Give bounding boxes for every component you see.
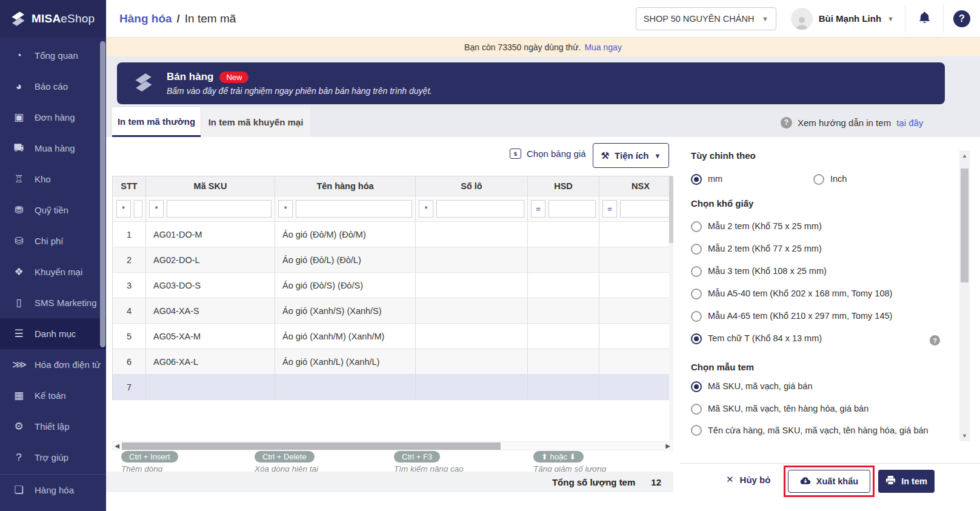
radio-unit-inch[interactable]: Inch [813,174,847,185]
cell-hsd [528,273,599,298]
sidebar-item-mua-hang[interactable]: ⛟Mua hàng [0,133,106,164]
caret-down-icon: ▼ [654,152,661,159]
filter-operator[interactable]: * [419,200,433,218]
scroll-right-icon[interactable]: ▶ [664,443,672,449]
guide-link[interactable]: tại đây [896,118,923,128]
radio-icon [813,174,824,185]
radio-icon [691,221,702,232]
shop-selector[interactable]: SHOP 50 NGUYÊN CHÁNH ▼ [636,7,776,30]
column-header-nsx[interactable]: NSX [599,176,673,196]
user-menu[interactable]: Bùi Mạnh Linh ▼ [791,8,894,30]
radio-unit-mm[interactable]: mm [691,174,722,185]
scrollbar-thumb[interactable] [961,169,968,282]
radio-icon [691,311,702,322]
sidebar-item-danh-muc[interactable]: ☰Danh mục [0,318,106,349]
radio-paper-option[interactable]: Mẫu A5-40 tem (Khổ 202 x 168 mm, Tomy 10… [691,289,892,299]
scroll-left-icon[interactable]: ◀ [113,443,121,449]
table-horizontal-scrollbar[interactable]: ◀ ▶ [112,441,673,450]
cell-stt: 6 [113,349,146,375]
filter-input-so-lo[interactable] [436,200,524,218]
utilities-button[interactable]: ⚒ Tiện ích ▼ [593,143,669,168]
column-header-ten-hang-hoa[interactable]: Tên hàng hóa [275,176,416,196]
radio-paper-option[interactable]: Mẫu 2 tem (Khổ 77 x 25 mm) [691,244,822,255]
filter-operator[interactable]: * [278,200,293,218]
panel-vertical-scrollbar[interactable]: ▲ ▼ [959,150,970,441]
filter-operator[interactable]: = [531,200,545,218]
sidebar-item-khuyen-mai[interactable]: ❖Khuyến mại [0,256,106,287]
tab-in-tem-ma-khuyen-mai[interactable]: In tem mã khuyến mại [201,107,310,137]
breadcrumb-divider: / [177,12,180,25]
print-label: In tem [901,476,927,486]
radio-label: Tem chữ T (Khổ 84 x 13 mm) [708,333,822,343]
column-header-so-lo[interactable]: Số lô [416,176,528,196]
column-header-ma-sku[interactable]: Mã SKU [146,176,275,196]
sidebar-item-sms-marketing[interactable]: ▯SMS Marketing [0,287,106,318]
radio-template-option[interactable]: Mã SKU, mã vạch, tên hàng hóa, giá bán [691,404,868,415]
tab-in-tem-ma-thuong[interactable]: In tem mã thường [112,107,201,137]
radio-paper-option-selected[interactable]: Tem chữ T (Khổ 84 x 13 mm) [691,333,822,344]
table-vertical-scrollbar[interactable] [669,176,673,441]
sidebar-item-tro-giup[interactable]: ?Trợ giúp [0,442,106,473]
table-row[interactable]: 1 AG01-DO-M Áo gió (Đỏ/M) (Đỏ/M) [113,222,673,247]
filter-input-nsx[interactable] [620,200,673,218]
radio-paper-option[interactable]: Mẫu 3 tem (Khổ 108 x 25 mm) [691,266,827,277]
breadcrumb-parent[interactable]: Hàng hóa [119,12,172,25]
app-logo[interactable]: MISAeShop [0,0,106,38]
buy-now-link[interactable]: Mua ngay [584,42,621,52]
table-row-selected[interactable]: 7 [113,375,673,400]
cell-stt: 5 [113,324,146,349]
scroll-up-icon[interactable]: ▲ [959,153,970,159]
sidebar-item-tong-quan[interactable]: ◔Tổng quan [0,40,106,71]
table-row[interactable]: 6 AG06-XA-L Áo gió (Xanh/L) (Xanh/L) [113,349,673,375]
scrollbar-thumb[interactable] [122,443,501,450]
trial-banner: Bạn còn 73350 ngày dùng thử. Mua ngay [106,38,980,56]
radio-icon [691,425,702,436]
notifications-button[interactable] [905,10,943,27]
filter-input-ten-hang-hoa[interactable] [296,200,412,218]
print-button[interactable]: In tem [878,470,935,493]
filter-operator[interactable]: * [116,200,131,218]
filter-input-hsd[interactable] [548,200,596,218]
sidebar-item-kho[interactable]: ♖Kho [0,164,106,195]
cell-hsd [528,247,599,273]
sidebar-item-ke-toan[interactable]: ▦Kế toán [0,380,106,411]
filter-input-ma-sku[interactable] [167,200,272,218]
shortcut-keys: Ctrl + F3 [394,451,440,463]
export-button[interactable]: Xuất khẩu [788,470,870,493]
sidebar-item-quy-tien[interactable]: ⛃Quỹ tiền [0,195,106,225]
help-button[interactable]: ? [944,10,980,27]
radio-template-option-selected[interactable]: Mã SKU, mã vạch, giá bán [691,381,812,392]
total-labels-label: Tổng số lượng tem [552,477,635,487]
promo-banner[interactable]: Bán hàng New Bấm vào đây để trải nghiệm … [117,62,945,104]
sidebar-item-hoa-don-dien-tu[interactable]: ⋙Hóa đơn điện tử [0,349,106,380]
table-row[interactable]: 2 AG02-DO-L Áo gió (Đỏ/L) (Đỏ/L) [113,247,673,273]
filter-input-stt[interactable] [134,200,142,218]
cancel-button[interactable]: ✕ Hủy bỏ [726,474,770,485]
column-header-hsd[interactable]: HSD [528,176,599,196]
table-row[interactable]: 4 AG04-XA-S Áo gió (Xanh/S) (Xanh/S) [113,298,673,324]
template-section-title: Chọn mẫu tem [691,362,754,372]
choose-price-list-button[interactable]: $ Chọn bảng giá [510,149,586,159]
sidebar-item-don-hang[interactable]: ▣Đơn hàng [0,102,106,133]
radio-paper-option[interactable]: Mẫu 2 tem (Khổ 75 x 25 mm) [691,221,822,232]
radio-paper-option[interactable]: Mẫu A4-65 tem (Khổ 210 x 297 mm, Tomy 14… [691,311,892,322]
sidebar-item-chi-phi[interactable]: ⛁Chi phí [0,225,106,256]
radio-template-option[interactable]: Tên cửa hàng, mã SKU, mã vạch, tên hàng … [691,425,933,437]
table-row[interactable]: 5 AG05-XA-M Áo gió (Xanh/M) (Xanh/M) [113,324,673,349]
sidebar-item-label: Thiết lập [35,421,70,432]
sidebar-item-bao-cao[interactable]: ◕Báo cáo [0,71,106,102]
filter-operator[interactable]: = [602,200,617,218]
misa-logo-icon [10,10,27,27]
cell-so-lo [416,247,528,273]
scroll-down-icon[interactable]: ▼ [959,433,970,439]
sidebar-item-hang-hoa[interactable]: ❏Hàng hóa [0,475,106,506]
filter-operator[interactable]: * [149,200,164,218]
column-header-stt[interactable]: STT [113,176,146,196]
cell-so-lo [416,349,528,375]
table-row[interactable]: 3 AG03-DO-S Áo gió (Đỏ/S) (Đỏ/S) [113,273,673,298]
cloud-download-icon [800,476,811,487]
sidebar-scrollbar[interactable] [100,41,105,347]
cell-sku: AG04-XA-S [146,298,275,324]
sidebar-item-thiet-lap[interactable]: ⚙Thiết lập [0,411,106,442]
paper-help-icon[interactable]: ? [930,335,940,346]
